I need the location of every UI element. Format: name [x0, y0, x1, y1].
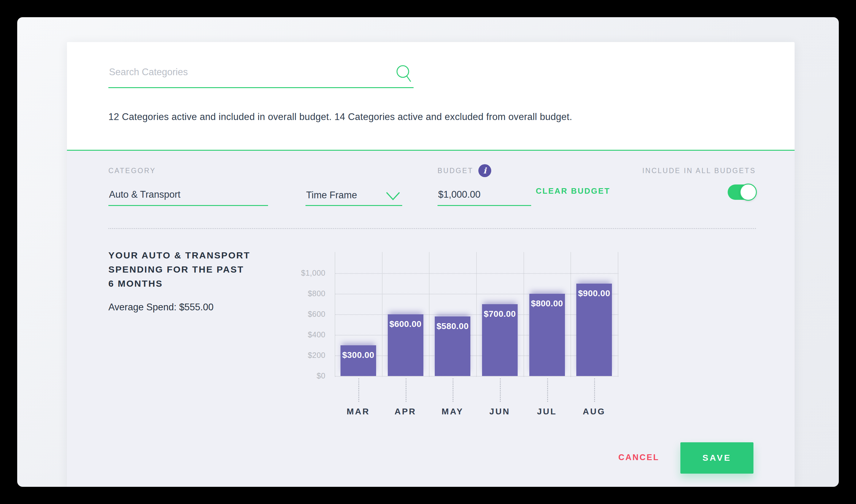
info-icon[interactable]: i: [478, 164, 491, 177]
bar-month-connector: [452, 378, 453, 402]
search-input[interactable]: [108, 62, 414, 88]
x-axis-label-jul: JUL: [523, 407, 571, 416]
x-axis-label-may: MAY: [429, 407, 476, 416]
y-axis-tick-label: $600: [280, 310, 325, 319]
include-in-all-budgets-label: INCLUDE IN ALL BUDGETS: [642, 167, 756, 175]
spending-title-line-3: 6 MONTHS: [108, 276, 250, 291]
categories-summary-text: 12 Categories active and included in ove…: [108, 111, 753, 123]
x-axis-label-aug: AUG: [570, 407, 618, 416]
bar-jun: $700.00: [482, 304, 518, 376]
bar-month-connector: [406, 378, 407, 402]
card-header-section: 12 Categories active and included in ove…: [67, 42, 795, 150]
y-axis-tick-label: $400: [280, 330, 325, 339]
y-axis-tick-label: $0: [280, 372, 325, 380]
spending-title-line-2: SPENDING FOR THE PAST: [108, 263, 250, 276]
chart-gridline: [335, 335, 618, 336]
toggle-knob: [739, 183, 757, 201]
bar-aug: $900.00: [576, 284, 612, 376]
category-input[interactable]: [108, 181, 268, 205]
category-field-wrap: [108, 181, 268, 206]
bar-value-label: $800.00: [529, 299, 565, 308]
spending-title-line-1: YOUR AUTO & TRANSPORT: [108, 248, 250, 263]
save-button[interactable]: SAVE: [680, 442, 753, 474]
bar-mar: $300.00: [340, 345, 376, 376]
budget-field-wrap: [438, 181, 531, 206]
spending-bar-chart: $1,000$800$600$400$200$0$300.00MAR$600.0…: [335, 252, 618, 419]
average-spend-text: Average Spend: $555.00: [108, 302, 213, 313]
search-icon[interactable]: [395, 64, 413, 83]
bar-value-label: $300.00: [340, 350, 376, 360]
time-frame-label: Time Frame: [306, 190, 357, 201]
app-window: 12 Categories active and included in ove…: [17, 17, 839, 487]
chart-gridline: [335, 273, 618, 274]
category-label: CATEGORY: [108, 167, 156, 175]
dotted-separator: [108, 228, 756, 229]
bar-value-label: $900.00: [576, 289, 612, 298]
y-axis-tick-label: $200: [280, 351, 325, 360]
x-axis-label-jun: JUN: [476, 407, 523, 416]
bar-value-label: $700.00: [482, 309, 518, 319]
bar-month-connector: [358, 378, 359, 402]
chevron-down-icon: [386, 192, 400, 201]
x-axis-label-mar: MAR: [335, 407, 382, 416]
bar-month-connector: [594, 378, 595, 402]
bar-month-connector: [500, 378, 501, 402]
card-body-section: CATEGORY Time Frame BUDGET i CLEAR BUDGE…: [67, 151, 795, 487]
include-toggle[interactable]: [728, 184, 756, 200]
x-axis-label-apr: APR: [382, 407, 429, 416]
bar-jul: $800.00: [529, 294, 565, 376]
time-frame-dropdown[interactable]: Time Frame: [305, 181, 402, 206]
chart-gridline: [335, 356, 618, 356]
clear-budget-button[interactable]: CLEAR BUDGET: [536, 186, 610, 196]
y-axis-tick-label: $1,000: [280, 269, 325, 277]
chart-gridline: [335, 294, 618, 294]
y-axis-tick-label: $800: [280, 289, 325, 298]
budget-label-row: BUDGET i: [438, 164, 491, 177]
search-field-wrap: [108, 62, 414, 88]
category-editor-card: 12 Categories active and included in ove…: [67, 42, 795, 487]
budget-label: BUDGET: [438, 167, 474, 175]
chart-gridline: [335, 314, 618, 315]
bar-month-connector: [547, 378, 548, 402]
spending-title: YOUR AUTO & TRANSPORT SPENDING FOR THE P…: [108, 248, 250, 291]
bar-apr: $600.00: [388, 314, 423, 376]
cancel-button[interactable]: CANCEL: [618, 453, 660, 462]
chart-gridline: [335, 376, 618, 377]
bar-value-label: $600.00: [388, 319, 423, 329]
bar-may: $580.00: [435, 317, 470, 376]
bar-value-label: $580.00: [435, 321, 470, 331]
budget-input[interactable]: [438, 181, 531, 205]
